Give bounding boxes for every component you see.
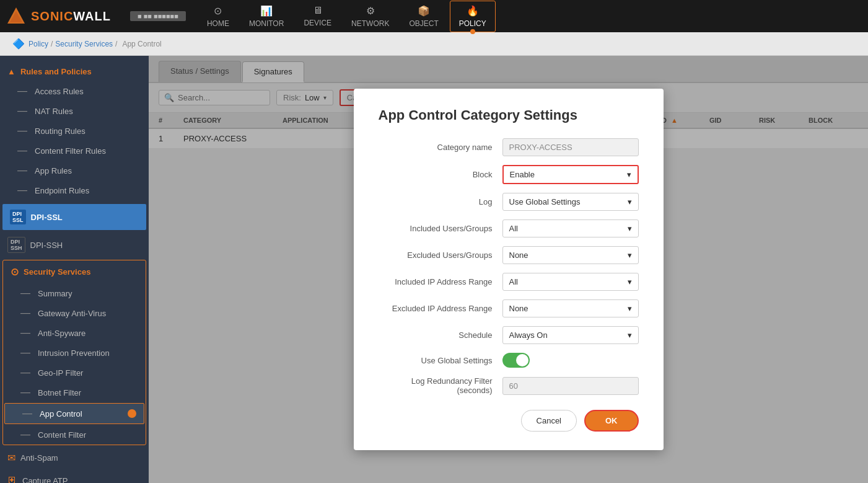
sidebar-rules-header[interactable]: ▲ Rules and Policies bbox=[0, 62, 149, 81]
log-label: Log bbox=[379, 197, 502, 206]
form-row-log: Log Use Global Settings ▾ bbox=[379, 193, 639, 211]
dpi-ssl-badge: DPISSL bbox=[10, 210, 26, 224]
log-redundancy-label: Log Redundancy Filter (seconds) bbox=[379, 376, 502, 395]
anti-spam-icon: ✉ bbox=[7, 452, 15, 464]
sidebar-rules-label: Rules and Policies bbox=[20, 67, 92, 76]
device-icon: 🖥 bbox=[313, 5, 323, 16]
sidebar-item-botnet-filter[interactable]: — Botnet Filter bbox=[3, 383, 146, 402]
sidebar-item-gateway-av[interactable]: — Gateway Anti-Virus bbox=[3, 303, 146, 323]
nav-network-label: NETWORK bbox=[351, 19, 389, 28]
sidebar-item-content-filter-rules[interactable]: — Content Filter Rules bbox=[0, 141, 149, 161]
sidebar-security-services-header[interactable]: ⊙ Security Services bbox=[3, 260, 146, 283]
main-layout: ▲ Rules and Policies — Access Rules — NA… bbox=[0, 56, 868, 483]
brand-logo: SONICWALL bbox=[6, 6, 118, 26]
sidebar-item-access-rules[interactable]: — Access Rules bbox=[0, 81, 149, 101]
content-filter-rules-label: Content Filter Rules bbox=[35, 146, 106, 156]
sidebar-item-app-control[interactable]: — App Control bbox=[4, 403, 144, 424]
dash-icon: — bbox=[20, 327, 30, 339]
log-value: Use Global Settings bbox=[509, 197, 581, 206]
sidebar-item-app-rules[interactable]: — App Rules bbox=[0, 161, 149, 180]
rules-icon: ▲ bbox=[7, 67, 15, 76]
gateway-av-label: Gateway Anti-Virus bbox=[38, 309, 106, 318]
anti-spam-label: Anti-Spam bbox=[20, 453, 58, 463]
security-services-label: Security Services bbox=[24, 267, 90, 277]
included-ip-select[interactable]: All ▾ bbox=[502, 273, 639, 291]
modal-title: App Control Category Settings bbox=[379, 107, 639, 123]
endpoint-rules-label: Endpoint Rules bbox=[35, 186, 89, 195]
botnet-filter-label: Botnet Filter bbox=[38, 388, 81, 397]
ok-button[interactable]: OK bbox=[584, 410, 639, 432]
sidebar-item-summary[interactable]: — Summary bbox=[3, 283, 146, 303]
toggle-thumb bbox=[516, 354, 528, 366]
schedule-label: Schedule bbox=[379, 330, 502, 340]
nav-home[interactable]: ⊙ HOME bbox=[198, 1, 238, 32]
included-users-caret-icon: ▾ bbox=[628, 224, 632, 233]
sidebar-item-nat-rules[interactable]: — NAT Rules bbox=[0, 101, 149, 121]
dash-icon: — bbox=[17, 165, 27, 176]
log-redundancy-input[interactable] bbox=[502, 377, 639, 395]
form-row-included-users: Included Users/Groups All ▾ bbox=[379, 219, 639, 237]
nav-object[interactable]: 📦 OBJECT bbox=[400, 1, 447, 32]
included-ip-label: Included IP Address Range bbox=[379, 277, 502, 286]
nav-network[interactable]: ⚙ NETWORK bbox=[343, 1, 398, 32]
breadcrumb-sep1: / bbox=[51, 40, 53, 48]
brand-name: SONICWALL bbox=[31, 9, 111, 24]
sidebar-item-routing-rules[interactable]: — Routing Rules bbox=[0, 121, 149, 141]
routing-rules-label: Routing Rules bbox=[35, 126, 85, 136]
excluded-ip-caret-icon: ▾ bbox=[628, 304, 632, 313]
block-value: Enable bbox=[510, 170, 535, 179]
nav-policy[interactable]: 🔥 POLICY bbox=[450, 1, 496, 32]
excluded-ip-select[interactable]: None ▾ bbox=[502, 299, 639, 317]
sidebar-item-anti-spyware[interactable]: — Anti-Spyware bbox=[3, 323, 146, 343]
dash-icon: — bbox=[20, 387, 30, 398]
schedule-select[interactable]: Always On ▾ bbox=[502, 326, 639, 344]
breadcrumb-policy[interactable]: Policy bbox=[28, 40, 48, 48]
sidebar-dpi-ssh[interactable]: DPISSH DPI-SSH bbox=[0, 231, 149, 259]
sidebar: ▲ Rules and Policies — Access Rules — NA… bbox=[0, 56, 149, 483]
sidebar-item-endpoint-rules[interactable]: — Endpoint Rules bbox=[0, 180, 149, 200]
excluded-users-select[interactable]: None ▾ bbox=[502, 246, 639, 264]
form-row-excluded-users: Excluded Users/Groups None ▾ bbox=[379, 246, 639, 264]
included-users-select[interactable]: All ▾ bbox=[502, 219, 639, 237]
schedule-caret-icon: ▾ bbox=[628, 330, 632, 340]
breadcrumb-current: App Control bbox=[122, 40, 161, 48]
log-select[interactable]: Use Global Settings ▾ bbox=[502, 193, 639, 211]
network-icon: ⚙ bbox=[366, 5, 375, 17]
app-control-label: App Control bbox=[40, 409, 82, 419]
app-rules-label: App Rules bbox=[35, 166, 72, 175]
sidebar-item-geo-ip[interactable]: — Geo-IP Filter bbox=[3, 363, 146, 383]
nav-device[interactable]: 🖥 DEVICE bbox=[295, 1, 340, 31]
nav-monitor[interactable]: 📊 MONITOR bbox=[240, 1, 292, 32]
global-settings-label: Use Global Settings bbox=[379, 356, 502, 365]
access-rules-label: Access Rules bbox=[35, 87, 84, 96]
nav-home-label: HOME bbox=[207, 19, 229, 28]
breadcrumb: 🔷 Policy / Security Services / App Contr… bbox=[0, 32, 868, 56]
dash-icon: — bbox=[22, 408, 32, 419]
dash-icon: — bbox=[20, 308, 30, 319]
device-label: ■ ■■ ■■■■■■ bbox=[130, 11, 186, 21]
modal-dialog: App Control Category Settings Category n… bbox=[354, 89, 664, 450]
dash-icon: — bbox=[17, 86, 27, 97]
form-row-block: Block Enable ▾ bbox=[379, 165, 639, 184]
cancel-button[interactable]: Cancel bbox=[521, 410, 577, 432]
breadcrumb-security-services[interactable]: Security Services bbox=[55, 40, 113, 48]
included-users-value: All bbox=[509, 224, 518, 233]
global-settings-toggle[interactable] bbox=[502, 353, 530, 368]
sidebar-item-content-filter[interactable]: — Content Filter bbox=[3, 425, 146, 445]
sidebar-dpi-ssl[interactable]: DPISSL DPI-SSL bbox=[2, 204, 146, 230]
dash-icon: — bbox=[17, 125, 27, 136]
sidebar-capture-atp[interactable]: ⛨ Capture ATP bbox=[0, 469, 149, 483]
top-navigation: SONICWALL ■ ■■ ■■■■■■ ⊙ HOME 📊 MONITOR 🖥… bbox=[0, 0, 868, 32]
block-select[interactable]: Enable ▾ bbox=[502, 165, 639, 184]
included-users-label: Included Users/Groups bbox=[379, 224, 502, 233]
home-icon: ⊙ bbox=[214, 5, 222, 17]
schedule-value: Always On bbox=[509, 330, 548, 340]
breadcrumb-sep2: / bbox=[115, 40, 117, 48]
app-control-indicator bbox=[128, 409, 136, 418]
form-row-included-ip: Included IP Address Range All ▾ bbox=[379, 273, 639, 291]
sidebar-item-intrusion-prevention[interactable]: — Intrusion Prevention bbox=[3, 343, 146, 363]
capture-atp-icon: ⛨ bbox=[7, 475, 17, 483]
sidebar-anti-spam[interactable]: ✉ Anti-Spam bbox=[0, 446, 149, 469]
content-area: Status / Settings Signatures 🔍 Risk: Low… bbox=[149, 56, 868, 483]
dash-icon: — bbox=[17, 105, 27, 117]
